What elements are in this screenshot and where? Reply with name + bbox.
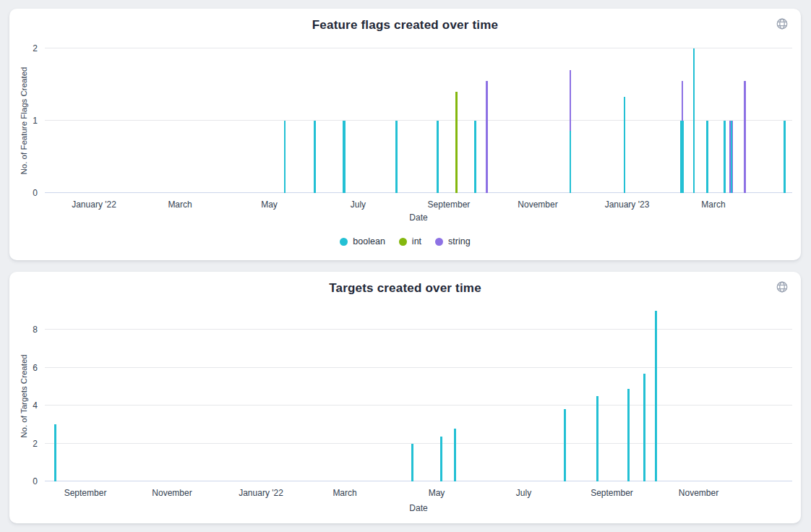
bar-boolean[interactable]: [624, 97, 626, 193]
y-tick-label: 6: [13, 364, 38, 372]
bar-boolean[interactable]: [693, 48, 695, 193]
globe-icon[interactable]: [776, 17, 789, 30]
x-tick-label: September: [428, 200, 471, 210]
bar-boolean[interactable]: [343, 121, 346, 193]
gridline: [45, 443, 792, 444]
feature-flags-chart-card: Feature flags created over time No. of F…: [9, 9, 801, 260]
bar-targets[interactable]: [564, 409, 566, 481]
bar-boolean[interactable]: [724, 121, 726, 193]
bar-boolean[interactable]: [314, 121, 316, 193]
legend-label: int: [412, 236, 421, 246]
bar-boolean[interactable]: [284, 121, 286, 193]
x-tick-label: March: [168, 200, 192, 210]
x-tick-label: November: [679, 488, 718, 498]
bar-boolean[interactable]: [437, 121, 439, 193]
chart-title: Targets created over time: [9, 281, 801, 296]
y-tick-label: 2: [13, 44, 38, 53]
x-tick-label: November: [152, 488, 192, 498]
x-tick-label: March: [701, 200, 725, 210]
legend-item-boolean[interactable]: boolean: [340, 236, 385, 246]
x-tick-label: January '22: [239, 488, 283, 498]
targets-chart-card: Targets created over time No. of Targets…: [9, 272, 801, 523]
legend-label: string: [448, 236, 471, 246]
dashboard-page: { "page_background": "#edeff2", "cards":…: [0, 0, 811, 532]
bar-boolean[interactable]: [731, 121, 732, 193]
bar-int[interactable]: [455, 92, 458, 193]
bar-boolean[interactable]: [570, 131, 572, 193]
bar-targets[interactable]: [596, 396, 598, 481]
legend: booleanintstring: [9, 236, 801, 246]
legend-item-string[interactable]: string: [435, 236, 471, 246]
x-tick-label: September: [64, 488, 107, 498]
legend-item-int[interactable]: int: [399, 236, 421, 246]
y-tick-label: 8: [13, 325, 38, 334]
bar-targets[interactable]: [440, 437, 442, 481]
gridline: [45, 367, 792, 368]
bar-targets[interactable]: [627, 389, 630, 481]
gridline: [45, 329, 792, 330]
x-tick-label: May: [429, 488, 445, 498]
x-tick-label: March: [332, 488, 356, 498]
bar-targets[interactable]: [54, 424, 56, 481]
bar-targets[interactable]: [655, 311, 657, 481]
y-tick-label: 0: [13, 477, 38, 486]
x-tick-label: September: [591, 488, 633, 498]
bar-string[interactable]: [682, 81, 684, 121]
y-tick-label: 1: [13, 116, 38, 125]
x-tick-label: July: [351, 200, 366, 210]
x-tick-label: November: [518, 200, 557, 210]
x-axis-line: [45, 481, 792, 481]
gridline: [45, 48, 792, 48]
y-tick-label: 0: [13, 189, 38, 197]
legend-dot: [340, 238, 348, 246]
plot-area: 012January '22MarchMayJulySeptemberNovem…: [45, 48, 792, 193]
bar-boolean[interactable]: [680, 121, 684, 193]
x-tick-label: July: [516, 488, 531, 498]
plot-area: 02468SeptemberNovemberJanuary '22MarchMa…: [45, 311, 792, 481]
bar-boolean[interactable]: [395, 121, 398, 193]
y-tick-label: 2: [13, 439, 38, 448]
globe-icon[interactable]: [776, 280, 789, 293]
x-axis-title: Date: [45, 503, 792, 513]
y-tick-label: 4: [13, 401, 38, 410]
bar-boolean[interactable]: [784, 121, 786, 193]
bar-string[interactable]: [744, 81, 746, 193]
bar-string[interactable]: [486, 81, 488, 193]
bar-targets[interactable]: [643, 374, 645, 481]
x-tick-label: May: [261, 200, 278, 210]
legend-dot: [435, 238, 443, 246]
chart-title: Feature flags created over time: [9, 18, 801, 33]
x-tick-label: January '23: [605, 200, 650, 210]
legend-dot: [399, 238, 407, 246]
gridline: [45, 405, 792, 406]
bar-boolean[interactable]: [474, 121, 476, 193]
x-tick-label: January '22: [72, 200, 116, 210]
x-axis-title: Date: [45, 213, 792, 223]
bar-boolean[interactable]: [706, 121, 708, 193]
bar-targets[interactable]: [411, 444, 413, 481]
bar-string[interactable]: [570, 70, 572, 131]
bar-targets[interactable]: [454, 429, 456, 481]
legend-label: boolean: [353, 236, 385, 246]
